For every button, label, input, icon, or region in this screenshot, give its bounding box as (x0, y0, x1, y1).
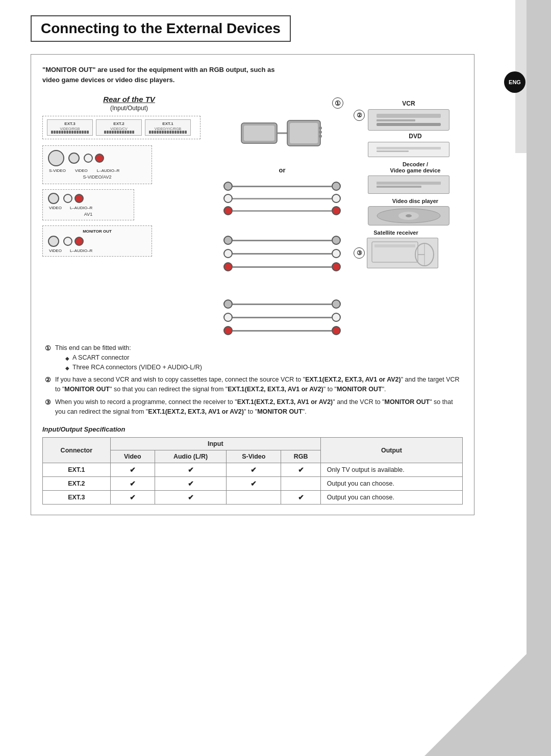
note-1-bullet-2: ◆ Three RCA connectors (VIDEO + AUDIO-L/… (65, 363, 202, 372)
svideo-subheader: S-Video (227, 450, 281, 463)
sat-image (367, 238, 438, 268)
note-1: ① This end can be fitted with: ◆ A SCART… (45, 343, 460, 372)
table-section: Input/Output Specification Connector Inp… (42, 425, 463, 505)
rca-cables-monitor (216, 299, 348, 335)
rca-av-cable-2 (223, 249, 341, 258)
video-connector-av1 (48, 193, 59, 204)
audio-r-connector (95, 154, 104, 163)
ext2-output-cell: Output you can choose. (320, 477, 462, 491)
ext2-connector: EXT.2 VIDEO/CV (96, 119, 142, 136)
dvd-image (368, 142, 449, 157)
scart-area: or (216, 113, 348, 177)
table-row-ext1: EXT.1 ✔ ✔ ✔ ✔ Only TV output is availabl… (43, 463, 463, 477)
video-subheader: Video (110, 450, 155, 463)
circle-num-1: ① (332, 97, 343, 109)
rca-av-cable-1 (223, 236, 341, 245)
title-box: Connecting to the External Devices (31, 15, 291, 42)
rca-cable-1 (223, 182, 341, 191)
av1-label: AV1 (48, 212, 129, 217)
intro-text: "MONITOR OUT" are used for the equipment… (42, 65, 463, 85)
ext3-rgb-cell: ✔ (281, 491, 321, 505)
right-decoration (527, 0, 551, 756)
page-title: Connecting to the External Devices (41, 20, 281, 36)
ext1-connector: EXT.1 VIDEO/Y/C/RGB (145, 119, 191, 136)
audio-lr-av2 (84, 154, 104, 163)
av1-panel: VIDEO L–AUDIO–R AV1 (42, 189, 134, 220)
svideo-label: S-VIDEO (49, 168, 66, 173)
svg-point-5 (319, 127, 322, 130)
rca-cables-av (216, 236, 348, 271)
rca-mon-cable-3 (223, 326, 341, 335)
sat-svg (369, 239, 436, 267)
ext3-connector-cell: EXT.3 (43, 491, 111, 505)
av2-label: S-VIDEO/AV2 (48, 174, 146, 180)
table-row-ext2: EXT.2 ✔ ✔ ✔ Output you can choose. (43, 477, 463, 491)
note-3-text: When you wish to record a programme, con… (55, 397, 460, 417)
rca-cable-3 (223, 206, 341, 215)
ext3-video-cell: ✔ (110, 491, 155, 505)
ext2-connector-cell: EXT.2 (43, 477, 111, 491)
ext1-rgb-cell: ✔ (281, 463, 321, 477)
note-1-bullet-1: ◆ A SCART connector (65, 353, 202, 363)
eng-badge: ENG (504, 71, 525, 93)
ext1-connector-cell: EXT.1 (43, 463, 111, 477)
table-row-ext3: EXT.3 ✔ ✔ ✔ Output you can choose. (43, 491, 463, 505)
rca-mon-cable-2 (223, 313, 341, 322)
audio-lr-monitor (63, 237, 84, 246)
ext2-audio-cell: ✔ (155, 477, 226, 491)
video-connector-av2 (68, 153, 80, 164)
svideo-av2-panel: S-VIDEO VIDEO L–AUDIO–R S-VIDEO/AV2 (42, 145, 152, 184)
audio-lr-av1 (63, 194, 84, 203)
notes-section: ① This end can be fitted with: ◆ A SCART… (42, 343, 463, 416)
video-label-monitor: VIDEO (49, 248, 62, 253)
spec-table: Connector Input Output Video Audio (L/R)… (42, 437, 463, 505)
ext2-rgb-cell (281, 477, 321, 491)
vdp-label: Video disc player (368, 198, 463, 204)
ext2-video-cell: ✔ (110, 477, 155, 491)
diagram-area: Rear of the TV (Input/Output) EXT.3 VIDE… (42, 95, 463, 335)
scart-cable-svg (236, 113, 328, 164)
video-label-av2: VIDEO (75, 168, 88, 173)
note-1-text: This end can be fitted with: (55, 344, 131, 351)
audio-r-monitor (74, 237, 84, 246)
dvd-label: DVD (368, 133, 463, 140)
rgb-subheader: RGB (281, 450, 321, 463)
audio-lr-label-av2: L–AUDIO–R (97, 168, 119, 173)
ext2-svideo-cell: ✔ (227, 477, 281, 491)
audio-l-connector (84, 154, 93, 163)
vcr-image (368, 109, 449, 131)
connector-header: Connector (43, 438, 111, 463)
svg-point-6 (319, 131, 322, 134)
sat-label: Satellite receiver (354, 230, 438, 236)
table-title: Input/Output Specification (42, 425, 463, 433)
svg-point-10 (406, 214, 412, 217)
ext3-audio-cell: ✔ (155, 491, 226, 505)
video-label-av1: VIDEO (49, 206, 62, 210)
rear-tv-title: Rear of the TV (42, 95, 216, 104)
circle-num-2: ② (354, 110, 365, 121)
vdp-image (368, 206, 449, 225)
monitor-out-top-label: MONITOR OUT (48, 229, 146, 234)
right-panel: ② VCR DVD (348, 95, 463, 335)
audio-subheader: Audio (L/R) (155, 450, 226, 463)
svg-rect-12 (374, 244, 415, 247)
rca-cable-2 (223, 194, 341, 203)
middle-panel: ① (216, 95, 348, 335)
svg-point-7 (319, 135, 322, 138)
circle-num-3: ③ (354, 247, 365, 259)
ext1-svideo-cell: ✔ (227, 463, 281, 477)
decoder-label: Decoder /Video game device (368, 161, 463, 173)
or-text: or (279, 166, 286, 174)
main-content-box: "MONITOR OUT" are used for the equipment… (31, 54, 474, 515)
ext1-output-cell: Only TV output is available. (320, 463, 462, 477)
audio-l-av1 (63, 194, 72, 203)
left-panel: Rear of the TV (Input/Output) EXT.3 VIDE… (42, 95, 216, 335)
ext3-output-cell: Output you can choose. (320, 491, 462, 505)
ext1-audio-cell: ✔ (155, 463, 226, 477)
svg-rect-1 (244, 125, 274, 141)
vcr-label: VCR (368, 100, 449, 107)
audio-lr-label-monitor: L–AUDIO–R (70, 248, 92, 253)
monitor-out-panel: MONITOR OUT VIDEO L–AUDIO–R (42, 225, 152, 257)
output-header: Output (320, 438, 462, 463)
note-2-text: If you have a second VCR and wish to cop… (55, 375, 460, 394)
